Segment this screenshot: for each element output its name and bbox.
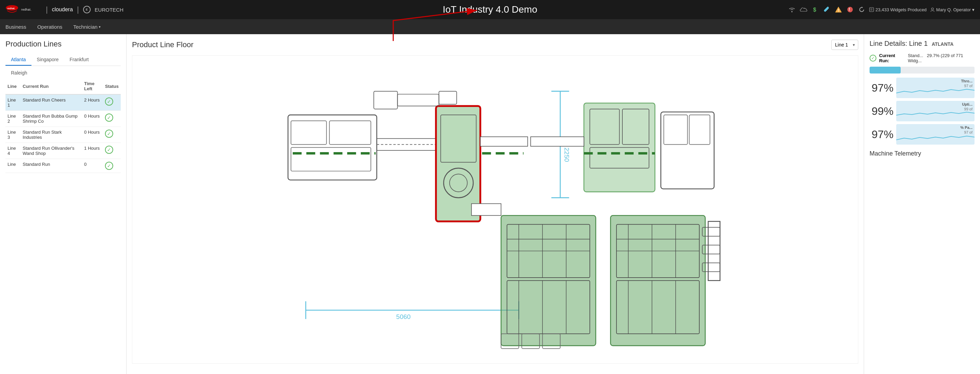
table-row[interactable]: Line 2Standard Run Bubba Gump Shrimp Co0… (5, 111, 121, 127)
cell-status: ✓ (103, 94, 121, 111)
uptime-chart: Upti... 99 of (896, 101, 975, 121)
floor-title: Product Line Floor (132, 40, 194, 49)
cell-status: ✓ (103, 111, 121, 127)
table-row[interactable]: LineStandard Run0✓ (5, 159, 121, 173)
svg-text:$: $ (813, 7, 816, 13)
production-table: Line Current Run Time Left Status Line 1… (5, 78, 121, 173)
eurotech-text: EUROTECH (95, 7, 123, 13)
svg-rect-38 (664, 115, 687, 145)
cell-status: ✓ (103, 159, 121, 173)
svg-rect-25 (329, 121, 371, 144)
svg-text:redhat.: redhat. (7, 7, 15, 10)
nav-bar: Business Operations Technician ▾ (0, 19, 980, 34)
table-row[interactable]: Line 4Standard Run Ollivander's Wand Sho… (5, 143, 121, 159)
cell-status: ✓ (103, 127, 121, 143)
status-check-icon: ✓ (105, 97, 113, 106)
location-tabs: Atlanta Singapore Frankfurt (5, 54, 121, 66)
floor-header: Product Line Floor Line 1 Line 2 Line 3 … (132, 40, 858, 50)
svg-rect-74 (439, 91, 457, 104)
throughput-value: 97% (870, 78, 894, 98)
run-check-icon: ✓ (870, 55, 877, 62)
col-status: Status (103, 78, 121, 94)
pass-value: 97% (870, 124, 894, 145)
factory-floor: 2250 5060 (132, 56, 858, 364)
redhat-text: redhat. (21, 6, 42, 13)
tab-frankfurt[interactable]: Frankfurt (64, 54, 94, 66)
svg-point-8 (847, 7, 853, 12)
svg-text:☰: ☰ (870, 8, 873, 11)
dollar-icon[interactable]: $ (811, 5, 819, 14)
cell-run: Standard Run Ollivander's Wand Shop (21, 143, 82, 159)
pass-chart: % Pa... 97 of (896, 124, 975, 145)
svg-rect-72 (374, 91, 397, 109)
refresh-icon[interactable] (858, 5, 866, 14)
progress-bar (870, 67, 975, 73)
line-dropdown-wrap: Line 1 Line 2 Line 3 Line 4 (831, 40, 858, 50)
middle-panel: Product Line Floor Line 1 Line 2 Line 3 … (127, 34, 864, 374)
technician-chevron: ▾ (99, 25, 100, 29)
status-check-icon: ✓ (105, 146, 113, 154)
cloud-icon[interactable] (799, 5, 808, 14)
cell-line: Line 4 (5, 143, 21, 159)
metric-pass: 97% % Pa... 97 of (870, 124, 975, 145)
nav-technician[interactable]: Technician ▾ (73, 22, 100, 31)
cell-time: 2 Hours (82, 94, 103, 111)
col-current-run: Current Run (21, 78, 82, 94)
cloudera-text: cloudera (52, 6, 73, 13)
svg-point-13 (931, 8, 934, 10)
production-lines-title: Production Lines (5, 40, 121, 49)
tab-singapore[interactable]: Singapore (32, 54, 64, 66)
uptime-value: 99% (870, 101, 894, 121)
svg-point-4 (792, 11, 792, 12)
floor-svg: 2250 5060 (132, 56, 858, 363)
cell-line: Line 2 (5, 111, 21, 127)
details-title: Line Details: Line 1 ATLANTA (870, 40, 975, 48)
progress-bar-fill (870, 67, 900, 73)
svg-text:redhat.: redhat. (21, 8, 32, 11)
svg-rect-40 (480, 137, 528, 146)
tab-atlanta[interactable]: Atlanta (5, 54, 32, 66)
svg-rect-67 (471, 204, 501, 216)
col-line: Line (5, 78, 21, 94)
cell-run: Standard Run Cheers (21, 94, 82, 111)
svg-text:!: ! (838, 8, 840, 12)
cell-line: Line 3 (5, 127, 21, 143)
col-time-left: Time Left (82, 78, 103, 94)
line-dropdown[interactable]: Line 1 Line 2 Line 3 Line 4 (831, 40, 858, 50)
svg-text:5060: 5060 (396, 313, 410, 320)
svg-rect-24 (291, 121, 326, 144)
main-content: Production Lines Atlanta Singapore Frank… (0, 34, 980, 374)
metric-uptime: 99% Upti... 99 of (870, 101, 975, 121)
line-selector: Line 1 Line 2 Line 3 Line 4 (831, 40, 858, 50)
nav-business[interactable]: Business (5, 22, 26, 31)
alert-icon[interactable]: ! (846, 5, 854, 14)
svg-rect-26 (291, 147, 371, 171)
warning-icon[interactable]: ! (834, 5, 843, 14)
eurotech-logo: E (83, 6, 91, 13)
user-menu[interactable]: Mary Q. Operator ▾ (930, 7, 975, 12)
tab-raleigh[interactable]: Raleigh (5, 69, 121, 78)
cell-line: Line 1 (5, 94, 21, 111)
cell-run: Standard Run Bubba Gump Shrimp Co (21, 111, 82, 127)
machine-telemetry-title: Machine Telemetry (870, 150, 975, 157)
widgets-count: ☰ 23,433 Widgets Produced (869, 7, 927, 12)
svg-text:2250: 2250 (563, 147, 570, 162)
wifi-icon[interactable] (788, 5, 796, 14)
svg-rect-41 (531, 137, 584, 146)
cell-time: 0 Hours (82, 127, 103, 143)
metric-throughput: 97% Thro... 97 of (870, 78, 975, 98)
redhat-logo: redhat. (5, 5, 19, 15)
cell-status: ✓ (103, 143, 121, 159)
throughput-chart: Thro... 97 of (896, 78, 975, 98)
cell-line: Line (5, 159, 21, 173)
logo-div2: | (77, 5, 79, 14)
table-row[interactable]: Line 3Standard Run Stark Industries0 Hou… (5, 127, 121, 143)
svg-marker-10 (862, 6, 863, 8)
wrench-icon[interactable] (823, 5, 831, 14)
right-panel: Line Details: Line 1 ATLANTA ✓ Current R… (864, 34, 980, 374)
top-bar-right: $ ! ! ☰ 23,433 Widgets Produced Mary Q. … (788, 5, 975, 14)
left-panel: Production Lines Atlanta Singapore Frank… (0, 34, 127, 374)
svg-rect-73 (397, 94, 439, 106)
nav-operations[interactable]: Operations (37, 22, 62, 31)
table-row[interactable]: Line 1Standard Run Cheers2 Hours✓ (5, 94, 121, 111)
